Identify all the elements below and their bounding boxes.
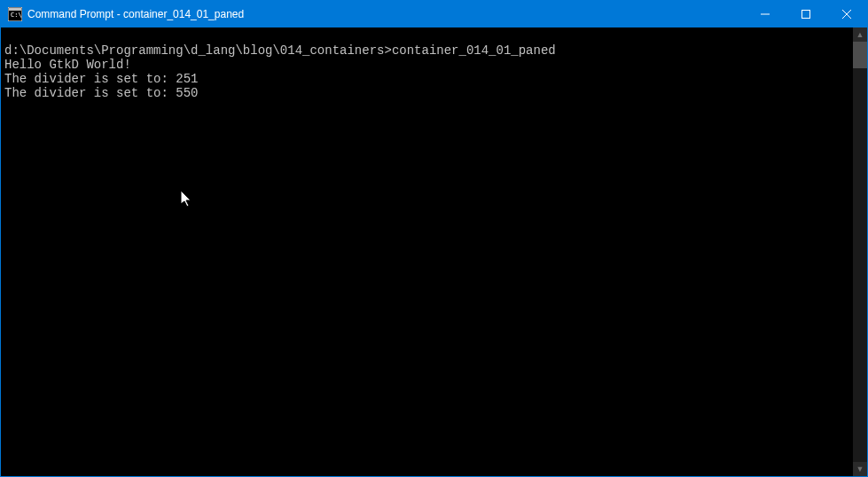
command-prompt-window: C:\ Command Prompt - container_014_01_pa…: [0, 0, 868, 477]
chevron-up-icon: ▲: [856, 30, 864, 39]
chevron-down-icon: ▼: [856, 465, 864, 473]
output-line: Hello GtkD World!: [4, 58, 131, 72]
maximize-icon: [802, 10, 810, 19]
output-line: The divider is set to: 251: [4, 72, 198, 86]
window-controls: [745, 1, 867, 27]
client-area: d:\Documents\Programming\d_lang\blog\014…: [1, 27, 867, 476]
vertical-scrollbar[interactable]: ▲ ▼: [853, 27, 867, 476]
svg-text:C:\: C:\: [11, 12, 22, 19]
terminal-output[interactable]: d:\Documents\Programming\d_lang\blog\014…: [1, 27, 853, 476]
scroll-down-button[interactable]: ▼: [853, 462, 867, 476]
close-button[interactable]: [826, 1, 867, 27]
svg-rect-4: [802, 11, 810, 19]
output-line: The divider is set to: 550: [4, 86, 198, 100]
minimize-icon: [761, 10, 770, 19]
maximize-button[interactable]: [786, 1, 826, 27]
window-title: Command Prompt - container_014_01_paned: [27, 8, 745, 20]
titlebar[interactable]: C:\ Command Prompt - container_014_01_pa…: [1, 1, 867, 27]
minimize-button[interactable]: [745, 1, 786, 27]
entered-command: container_014_01_paned: [392, 43, 556, 58]
scroll-thumb[interactable]: [853, 42, 867, 68]
scroll-up-button[interactable]: ▲: [853, 27, 867, 42]
prompt-path: d:\Documents\Programming\d_lang\blog\014…: [4, 43, 392, 58]
cmd-icon: C:\: [8, 7, 22, 21]
close-icon: [842, 10, 851, 19]
svg-rect-1: [9, 8, 21, 11]
